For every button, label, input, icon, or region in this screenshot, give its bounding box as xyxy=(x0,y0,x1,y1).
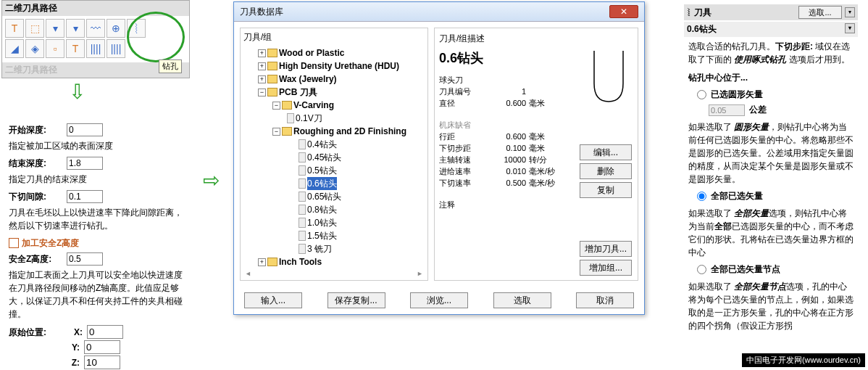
tool-desc-group: 刀具/组描述 0.6钻头 球头刀 刀具编号1 直径0.600毫米 机床缺省 行距… xyxy=(434,28,638,281)
start-depth-input[interactable] xyxy=(67,123,103,136)
end-depth-desc: 指定刀具的结束深度 xyxy=(9,173,183,186)
dialog-button-row: 输入... 保存复制... 浏览... 选取 取消 xyxy=(234,287,644,314)
end-depth-label: 结束深度: xyxy=(9,157,67,170)
tool-tree[interactable]: +Wood or Plastic +High Density Urethane … xyxy=(243,46,425,268)
select-button[interactable]: 选取 xyxy=(493,292,551,308)
tolerance-input xyxy=(709,104,745,116)
tool-btn-13[interactable]: |||| xyxy=(107,39,125,58)
safez-input[interactable] xyxy=(67,252,103,266)
peck-label: 下切间隙: xyxy=(9,190,67,203)
tool-btn-6[interactable]: ⊕ xyxy=(107,19,125,38)
tool-btn-4[interactable]: ▾ xyxy=(66,19,85,38)
tool-btn-2[interactable]: ⬚ xyxy=(25,19,44,38)
arrow-right-icon: ⇨ xyxy=(203,168,220,192)
tool-btn-12[interactable]: |||| xyxy=(86,39,105,58)
peck-input[interactable] xyxy=(67,190,103,203)
drill-options-panel: 开始深度: 指定被加工区域的表面深度 结束深度: 指定刀具的结束深度 下切间隙:… xyxy=(1,116,190,370)
dropdown-icon[interactable]: ▾ xyxy=(845,7,855,17)
safez-label: 安全Z高度: xyxy=(9,252,67,266)
home-y-input[interactable] xyxy=(84,340,120,354)
delete-button[interactable]: 删除 xyxy=(580,163,632,179)
z-label: Z: xyxy=(9,356,84,369)
panel-title: 二维刀具路径 xyxy=(2,1,189,16)
start-depth-label: 开始深度: xyxy=(9,123,67,136)
dropdown-icon[interactable]: ▾ xyxy=(845,23,855,33)
panel-title: 刀具 xyxy=(694,7,796,19)
current-tool-name: 0.6钻头 ▾ xyxy=(684,22,858,37)
radio-all-nodes[interactable] xyxy=(697,265,706,274)
tool-btn-5[interactable]: 〰 xyxy=(86,19,105,38)
save-copy-button[interactable]: 保存复制... xyxy=(327,292,385,308)
select-tool-button[interactable]: 选取... xyxy=(798,6,842,19)
safez-desc: 指定加工表面之上刀具可以安全地以快进速度在刀具路径段间移动的Z轴高度。此值应足够… xyxy=(9,268,183,321)
tool-side-panel: ⦚ 刀具 选取... ▾ 0.6钻头 ▾ 选取合适的钻孔刀具。下切步距: 域仅在… xyxy=(681,1,861,338)
toolpath-2d-panel: 二维刀具路径 T ⬚ ▾ ▾ 〰 ⊕ ⦚ ◢ ◈ ▫ T |||| |||| 钻… xyxy=(1,0,190,78)
home-label: 原始位置: xyxy=(9,326,74,339)
close-icon[interactable]: ✕ xyxy=(609,5,638,18)
tool-btn-3[interactable]: ▾ xyxy=(46,19,64,38)
drill-tooltip: 钻孔 xyxy=(159,59,182,73)
y-label: Y: xyxy=(9,341,84,354)
dialog-title: 刀具数据库 xyxy=(240,6,283,18)
arrow-down-icon: ⇩ xyxy=(69,80,85,104)
tool-btn-9[interactable]: ◈ xyxy=(25,39,44,58)
tool-tree-group: 刀具/组 +Wood or Plastic +High Density Uret… xyxy=(240,28,428,281)
edit-button[interactable]: 编辑... xyxy=(580,144,632,160)
safez-icon xyxy=(9,238,19,248)
r1-desc: 如果选取了 圆形矢量，则钻孔中心将为当前任何已选圆形矢量的中心。将忽略那些不是圆… xyxy=(684,118,858,189)
r3-desc: 如果选取了 全部矢量节点选项，孔的中心将为每个已选矢量的节点上，例如，如果选取的… xyxy=(684,277,858,335)
peck-desc: 刀具在毛坯以上以快进速率下降此间隙距离，然后以下切速率进行钻孔。 xyxy=(9,206,183,232)
tool-intro-text: 选取合适的钻孔刀具。下切步距: 域仅在选取了下面的 使用啄式钻孔 选项后才用到。 xyxy=(684,37,858,69)
tool-database-dialog: 刀具数据库 ✕ 刀具/组 +Wood or Plastic +High Dens… xyxy=(233,1,645,315)
x-label: X: xyxy=(74,326,87,339)
center-header: 钻孔中心位于... xyxy=(684,69,858,87)
start-depth-desc: 指定被加工区域的表面深度 xyxy=(9,139,183,152)
tool-btn-8[interactable]: ◢ xyxy=(5,39,24,58)
safez-section-header: 加工安全Z高度 xyxy=(9,237,183,250)
tool-btn-10[interactable]: ▫ xyxy=(46,39,64,58)
tree-hscroll[interactable]: ◄► xyxy=(243,270,425,277)
end-depth-input[interactable] xyxy=(67,157,103,170)
toolbar-area: T ⬚ ▾ ▾ 〰 ⊕ ⦚ ◢ ◈ ▫ T |||| |||| 钻孔 xyxy=(2,16,189,62)
r2-desc: 如果选取了 全部矢量选项，则钻孔中心将为当前全部已选圆形矢量的中心，而不考虑它们… xyxy=(684,204,858,262)
radio-circle-vectors[interactable] xyxy=(697,90,706,99)
import-button[interactable]: 输入... xyxy=(244,292,302,308)
radio-all-vectors[interactable] xyxy=(697,192,706,201)
copy-button[interactable]: 复制 xyxy=(580,182,632,198)
browse-button[interactable]: 浏览... xyxy=(410,292,468,308)
tool-btn-1[interactable]: T xyxy=(5,19,24,38)
cancel-button[interactable]: 取消 xyxy=(576,292,634,308)
dialog-titlebar: 刀具数据库 ✕ xyxy=(234,2,644,22)
home-x-input[interactable] xyxy=(87,325,123,339)
add-group-button[interactable]: 增加组... xyxy=(580,260,632,276)
tool-btn-11[interactable]: T xyxy=(66,39,85,58)
tree-selected: 0.6钻头 xyxy=(307,177,337,190)
drill-button[interactable]: ⦚ xyxy=(127,19,146,38)
tree-label: 刀具/组 xyxy=(243,31,425,44)
drill-bit-icon: ⦚ xyxy=(687,7,691,17)
watermark: 中国电子开发网(www.ourdev.cn) xyxy=(742,353,865,367)
desc-label: 刀具/组描述 xyxy=(439,33,633,45)
home-z-input[interactable] xyxy=(84,355,120,369)
tool-profile-icon xyxy=(587,47,630,105)
add-tool-button[interactable]: 增加刀具... xyxy=(580,241,632,257)
